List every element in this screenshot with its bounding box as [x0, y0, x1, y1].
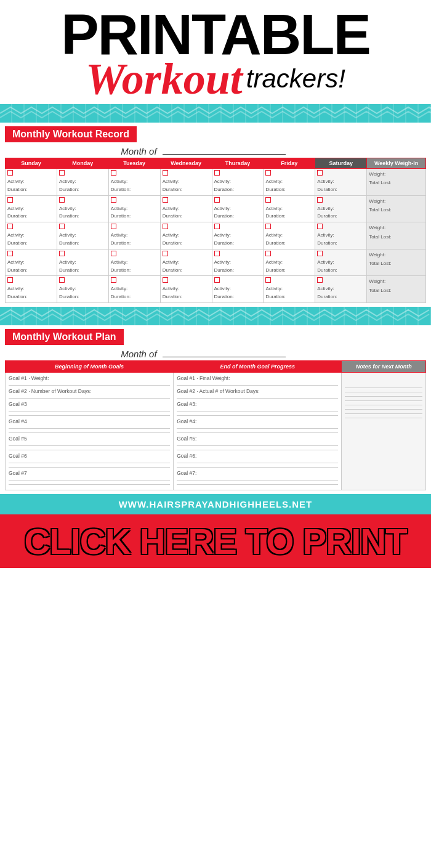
checkbox[interactable] — [163, 251, 168, 256]
total-lost-label: Total Lost: — [369, 206, 424, 214]
checkbox[interactable] — [59, 170, 65, 176]
checkbox[interactable] — [59, 251, 65, 256]
footer-click[interactable]: CLICK HERE TO PRINT — [0, 514, 431, 568]
checkbox[interactable] — [317, 170, 323, 176]
checkbox[interactable] — [265, 251, 271, 256]
checkbox[interactable] — [7, 277, 13, 283]
checkbox[interactable] — [317, 197, 323, 203]
checkbox[interactable] — [59, 224, 65, 229]
checkbox[interactable] — [265, 224, 271, 229]
activity-label: Activity: — [214, 285, 262, 293]
weigh-in-cell: Weight: Total Lost: — [367, 222, 426, 249]
activity-label: Activity: — [317, 178, 365, 186]
activity-label: Activity: — [111, 285, 158, 293]
goal-item-left: Goal #1 · Weight: — [9, 375, 170, 386]
goal-item-left: Goal #4 — [9, 418, 170, 433]
header-section: PRINTABLE Workout trackers! — [0, 0, 431, 104]
checkbox[interactable] — [317, 277, 323, 283]
workout-text: Workout — [86, 57, 243, 101]
duration-label: Duration: — [111, 240, 158, 248]
activity-label: Activity: — [265, 259, 313, 267]
checkbox[interactable] — [214, 251, 220, 256]
goal-item-right: Goal #7: — [177, 470, 338, 485]
activity-label: Activity: — [163, 205, 210, 213]
activity-label: Activity: — [7, 259, 55, 267]
click-here-text[interactable]: CLICK HERE TO PRINT — [0, 521, 431, 562]
checkbox[interactable] — [163, 224, 168, 229]
calendar-cell: Activity: Duration: — [160, 169, 212, 196]
trackers-text: trackers! — [246, 66, 345, 92]
activity-label: Activity: — [163, 232, 210, 240]
calendar-cell: Activity: Duration: — [212, 249, 264, 276]
notes-col — [342, 372, 426, 490]
duration-label: Duration: — [317, 267, 365, 275]
checkbox[interactable] — [163, 170, 168, 176]
activity-label: Activity: — [111, 232, 158, 240]
activity-label: Activity: — [163, 178, 210, 186]
checkbox[interactable] — [214, 170, 220, 176]
activity-label: Activity: — [111, 205, 158, 213]
th-monday: Monday — [57, 158, 108, 169]
total-lost-label: Total Lost: — [369, 179, 424, 187]
activity-label: Activity: — [317, 205, 365, 213]
footer-url: WWW.HAIRSPRAYANDHIGHHEELS.NET — [0, 499, 431, 509]
checkbox[interactable] — [59, 197, 65, 203]
duration-label: Duration: — [317, 213, 365, 221]
checkbox[interactable] — [163, 197, 168, 203]
checkbox[interactable] — [111, 277, 116, 283]
checkbox[interactable] — [59, 277, 65, 283]
duration-label: Duration: — [214, 240, 262, 248]
checkbox[interactable] — [214, 277, 220, 283]
total-lost-label: Total Lost: — [369, 259, 424, 268]
checkbox[interactable] — [214, 197, 220, 203]
calendar-section: Month of Sunday Monday Tuesday Wednesday… — [0, 146, 431, 303]
checkbox[interactable] — [265, 197, 271, 203]
activity-label: Activity: — [59, 178, 107, 186]
activity-label: Activity: — [214, 259, 262, 267]
goal-item-left: Goal #3 — [9, 401, 170, 416]
goal-item-right: Goal #5: — [177, 436, 338, 450]
checkbox[interactable] — [111, 251, 116, 256]
activity-label: Activity: — [59, 232, 107, 240]
weigh-in-cell: Weight: Total Lost: — [367, 195, 426, 222]
workout-record-section: Monthly Workout Record Month of Sunday M… — [0, 123, 431, 303]
checkbox[interactable] — [111, 224, 116, 229]
checkbox[interactable] — [111, 170, 116, 176]
checkbox[interactable] — [7, 224, 13, 229]
chevron-divider-1 — [0, 104, 431, 123]
calendar-cell: Activity: Duration: — [6, 249, 57, 276]
calendar-cell: Activity: Duration: — [264, 195, 315, 222]
calendar-cell: Activity: Duration: — [6, 222, 57, 249]
th-tuesday: Tuesday — [108, 158, 160, 169]
checkbox[interactable] — [265, 277, 271, 283]
duration-label: Duration: — [7, 213, 55, 221]
checkbox[interactable] — [317, 251, 323, 256]
footer-teal[interactable]: WWW.HAIRSPRAYANDHIGHHEELS.NET — [0, 494, 431, 514]
calendar-cell: Activity: Duration: — [264, 222, 315, 249]
checkbox[interactable] — [7, 170, 13, 176]
activity-label: Activity: — [7, 232, 55, 240]
calendar-cell: Activity: Duration: — [315, 169, 367, 196]
calendar-cell: Activity: Duration: — [315, 249, 367, 276]
checkbox[interactable] — [317, 224, 323, 229]
duration-label: Duration: — [111, 293, 158, 301]
calendar-cell: Activity: Duration: — [6, 276, 57, 303]
duration-label: Duration: — [7, 240, 55, 248]
duration-label: Duration: — [7, 267, 55, 275]
total-lost-label: Total Lost: — [369, 286, 424, 295]
checkbox[interactable] — [111, 197, 116, 203]
checkbox[interactable] — [7, 197, 13, 203]
checkbox[interactable] — [7, 251, 13, 256]
checkbox[interactable] — [265, 170, 271, 176]
checkbox[interactable] — [163, 277, 168, 283]
activity-label: Activity: — [317, 232, 365, 240]
checkbox[interactable] — [214, 224, 220, 229]
calendar-cell: Activity: Duration: — [6, 195, 57, 222]
th-notes: Notes for Next Month — [342, 360, 426, 372]
goal-item-right: Goal #2 · Actual # of Workout Days: — [177, 388, 338, 399]
th-end-goals: End of Month Goal Progress — [174, 360, 342, 372]
calendar-cell: Activity: Duration: — [315, 276, 367, 303]
duration-label: Duration: — [214, 293, 262, 301]
duration-label: Duration: — [163, 240, 210, 248]
duration-label: Duration: — [214, 267, 262, 275]
